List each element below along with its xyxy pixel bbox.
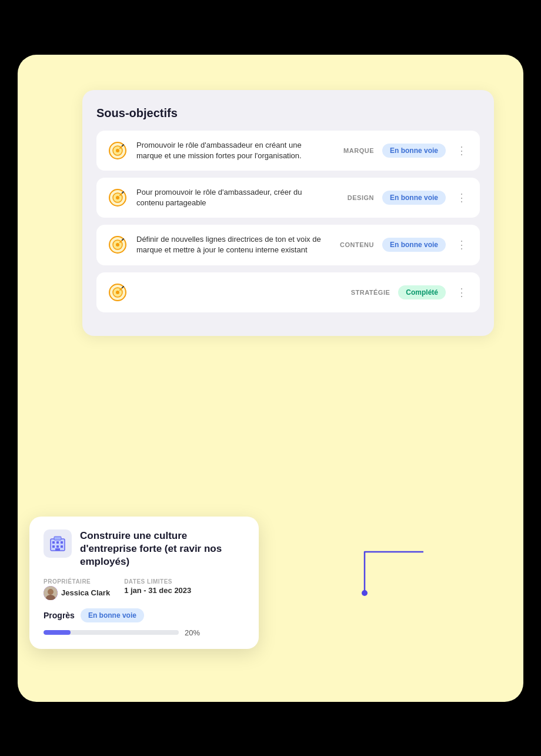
goal-icon-1 xyxy=(107,140,128,161)
table-row: Pour promouvoir le rôle d'ambassadeur, c… xyxy=(96,178,480,218)
progress-bar-fill xyxy=(44,630,71,635)
progress-bar-track xyxy=(44,630,179,635)
progress-bar-container: 20% xyxy=(44,628,245,637)
goal-icon-3 xyxy=(107,234,128,255)
row-category-2: DESIGN xyxy=(333,194,374,201)
status-badge-2: En bonne voie xyxy=(382,191,446,205)
status-badge-1: En bonne voie xyxy=(382,144,446,158)
row-category-4: STRATÉGIE xyxy=(349,289,390,296)
svg-point-7 xyxy=(116,196,119,199)
goal-icon-4 xyxy=(107,282,128,303)
more-menu-button-2[interactable]: ⋮ xyxy=(454,191,469,204)
owner-name: Jessica Clark xyxy=(61,588,110,597)
svg-rect-26 xyxy=(56,545,59,548)
dates-value: 1 jan - 31 dec 2023 xyxy=(124,586,191,595)
tooltip-card: Construire une culture d'entreprise fort… xyxy=(29,517,259,648)
status-badge-4: Complété xyxy=(398,285,446,299)
svg-rect-22 xyxy=(52,541,55,544)
owner-block: PROPRIÉTAIRE Jessica Clark xyxy=(44,578,110,600)
building-icon xyxy=(44,529,72,558)
svg-rect-27 xyxy=(61,545,63,548)
progress-section: Progrès En bonne voie xyxy=(44,608,245,622)
more-menu-button-4[interactable]: ⋮ xyxy=(454,286,469,299)
table-row: Définir de nouvelles lignes directrices … xyxy=(96,225,480,265)
row-category-1: MARQUE xyxy=(333,147,374,154)
svg-rect-28 xyxy=(55,548,60,551)
outer-background: Sous-objectifs Promouvoir le rôle d'amba… xyxy=(18,55,523,702)
table-row: Promouvoir le rôle d'ambassadeur en créa… xyxy=(96,131,480,171)
row-text-2: Pour promouvoir le rôle d'ambassadeur, c… xyxy=(136,187,325,208)
row-text-3: Définir de nouvelles lignes directrices … xyxy=(136,234,325,255)
more-menu-button-3[interactable]: ⋮ xyxy=(454,238,469,251)
tooltip-header: Construire une culture d'entreprise fort… xyxy=(44,529,245,568)
avatar xyxy=(44,586,58,600)
dates-block: DATES LIMITES 1 jan - 31 dec 2023 xyxy=(124,578,191,600)
svg-point-12 xyxy=(116,243,119,247)
tooltip-meta: PROPRIÉTAIRE Jessica Clark DATES LIMITES… xyxy=(44,578,245,600)
svg-rect-23 xyxy=(56,541,59,544)
more-menu-button-1[interactable]: ⋮ xyxy=(454,144,469,157)
dates-label: DATES LIMITES xyxy=(124,578,191,585)
goal-icon-2 xyxy=(107,187,128,208)
svg-line-9 xyxy=(122,192,123,193)
tooltip-title: Construire une culture d'entreprise fort… xyxy=(80,529,245,568)
owner-value: Jessica Clark xyxy=(44,586,110,600)
svg-rect-29 xyxy=(54,537,61,540)
progress-badge: En bonne voie xyxy=(81,608,144,622)
svg-point-31 xyxy=(48,589,54,595)
progress-label: Progrès xyxy=(44,611,75,620)
svg-point-17 xyxy=(116,291,119,294)
svg-point-20 xyxy=(362,590,368,596)
status-badge-3: En bonne voie xyxy=(382,238,446,252)
section-title: Sous-objectifs xyxy=(96,106,480,120)
svg-point-2 xyxy=(116,149,119,152)
table-row: STRATÉGIE Complété ⋮ xyxy=(96,272,480,312)
owner-label: PROPRIÉTAIRE xyxy=(44,578,110,585)
row-text-1: Promouvoir le rôle d'ambassadeur en créa… xyxy=(136,140,325,161)
svg-rect-25 xyxy=(52,545,55,548)
connector-line xyxy=(359,528,429,599)
svg-line-4 xyxy=(122,145,123,146)
row-category-3: CONTENU xyxy=(333,241,374,248)
svg-rect-24 xyxy=(61,541,63,544)
progress-percentage: 20% xyxy=(185,628,200,637)
svg-line-14 xyxy=(122,239,123,240)
main-card: Sous-objectifs Promouvoir le rôle d'amba… xyxy=(82,90,494,336)
svg-line-19 xyxy=(122,287,123,288)
